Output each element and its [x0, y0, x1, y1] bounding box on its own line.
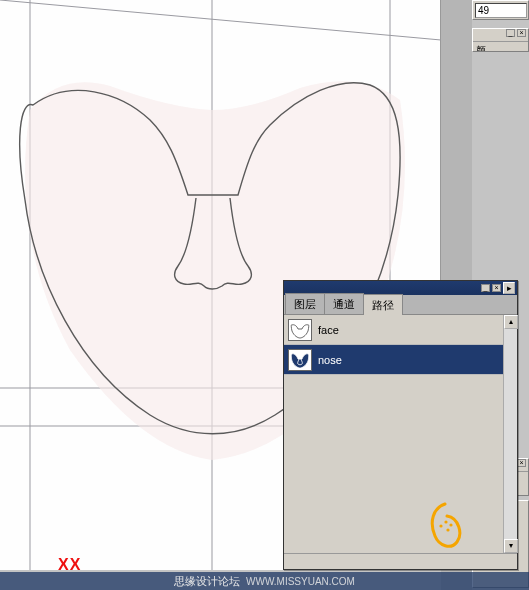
svg-point-8	[449, 523, 452, 526]
path-list[interactable]: face nose ▴ ▾	[284, 315, 517, 553]
paths-panel[interactable]: _ × ▸ 图层 通道 路径 face nose ▴ ▾	[283, 280, 518, 570]
svg-line-5	[0, 0, 441, 40]
tab-paths[interactable]: 路径	[363, 294, 403, 315]
panel-scrollbar[interactable]: ▴ ▾	[503, 315, 517, 553]
close-icon[interactable]: ×	[517, 459, 526, 467]
svg-point-9	[446, 528, 449, 531]
color-panel[interactable]: _ × 颜	[472, 28, 529, 52]
tab-channels[interactable]: 通道	[324, 293, 364, 314]
attribution-bar: 思缘设计论坛 WWW.MISSYUAN.COM	[0, 572, 529, 590]
svg-point-7	[444, 520, 447, 523]
color-panel-label: 颜	[473, 42, 528, 52]
attribution-url: WWW.MISSYUAN.COM	[246, 576, 355, 587]
panel-tabs: 图层 通道 路径	[284, 295, 517, 315]
tab-layers[interactable]: 图层	[285, 293, 325, 314]
numeric-panel[interactable]: 49	[472, 0, 529, 20]
minimize-icon[interactable]: _	[506, 29, 515, 37]
path-thumb-nose	[288, 349, 312, 371]
numeric-field[interactable]: 49	[475, 3, 527, 18]
scroll-down-icon[interactable]: ▾	[504, 539, 518, 553]
path-thumb-face	[288, 319, 312, 341]
path-name: nose	[318, 354, 342, 366]
panel-footer	[284, 553, 517, 569]
path-row-face[interactable]: face	[284, 315, 503, 345]
path-row-nose[interactable]: nose	[284, 345, 503, 375]
scroll-up-icon[interactable]: ▴	[504, 315, 518, 329]
path-name: face	[318, 324, 339, 336]
attribution-text: 思缘设计论坛	[174, 574, 240, 589]
missyuan-logo-icon	[423, 496, 467, 558]
close-icon[interactable]: ×	[492, 284, 501, 292]
minimize-icon[interactable]: _	[481, 284, 490, 292]
flyout-menu-icon[interactable]: ▸	[503, 282, 515, 294]
close-icon[interactable]: ×	[517, 29, 526, 37]
svg-point-6	[439, 524, 442, 527]
